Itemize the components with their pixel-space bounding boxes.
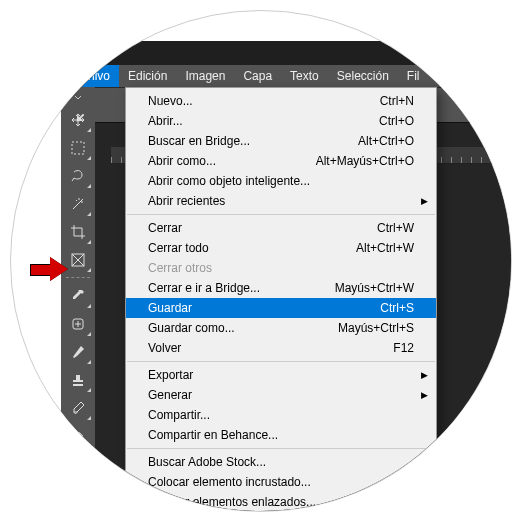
submenu-arrow-icon: ▶ — [421, 390, 428, 400]
menu-item-generar[interactable]: Generar▶ — [126, 385, 436, 405]
menu-item-label: Abrir como objeto inteligente... — [148, 174, 310, 188]
tool-wand-icon[interactable] — [64, 191, 92, 217]
menu-texto[interactable]: Texto — [281, 65, 328, 87]
menu-item-shortcut: Mayús+Ctrl+W — [335, 281, 414, 295]
menu-item-compartir[interactable]: Compartir... — [126, 405, 436, 425]
menu-separator — [127, 214, 435, 215]
menu-capa[interactable]: Capa — [234, 65, 281, 87]
menu-item-shortcut: Alt+Ctrl+W — [356, 241, 414, 255]
tools-panel — [61, 87, 95, 512]
menu-item-label: Cerrar otros — [148, 261, 212, 275]
menu-item-cerrar[interactable]: CerrarCtrl+W — [126, 218, 436, 238]
menu-item-abrir[interactable]: Abrir...Ctrl+O — [126, 111, 436, 131]
menu-item-label: Colocar elemento incrustado... — [148, 475, 311, 489]
menu-item-label: Colocar elementos enlazados... — [148, 495, 316, 509]
menu-item-label: Buscar Adobe Stock... — [148, 455, 266, 469]
menu-item-cerrar-otros: Cerrar otros — [126, 258, 436, 278]
tool-brush-icon[interactable] — [64, 339, 92, 365]
menu-imagen[interactable]: Imagen — [176, 65, 234, 87]
menu-item-label: Abrir como... — [148, 154, 216, 168]
tool-heal-icon[interactable] — [64, 311, 92, 337]
menu-item-label: Abrir... — [148, 114, 183, 128]
menu-item-abrir-como-objeto-inteligente[interactable]: Abrir como objeto inteligente... — [126, 171, 436, 191]
submenu-arrow-icon: ▶ — [421, 370, 428, 380]
menu-separator — [127, 448, 435, 449]
tool-marquee-icon[interactable] — [64, 135, 92, 161]
menu-item-buscar-en-bridge[interactable]: Buscar en Bridge...Alt+Ctrl+O — [126, 131, 436, 151]
menu-item-shortcut: Alt+Ctrl+O — [358, 134, 414, 148]
tool-crop-icon[interactable] — [64, 219, 92, 245]
file-menu-dropdown: Nuevo...Ctrl+NAbrir...Ctrl+OBuscar en Br… — [125, 87, 437, 512]
menu-item-colocar-elemento-incrustado[interactable]: Colocar elemento incrustado... — [126, 472, 436, 492]
menu-item-exportar[interactable]: Exportar▶ — [126, 365, 436, 385]
app-logo-icon: Ps — [65, 43, 85, 63]
menu-item-abrir-como[interactable]: Abrir como...Alt+Mayús+Ctrl+O — [126, 151, 436, 171]
menu-item-cerrar-todo[interactable]: Cerrar todoAlt+Ctrl+W — [126, 238, 436, 258]
menu-item-shortcut: Ctrl+W — [377, 221, 414, 235]
menu-edición[interactable]: Edición — [119, 65, 176, 87]
menu-item-abrir-recientes[interactable]: Abrir recientes▶ — [126, 191, 436, 211]
menu-item-shortcut: Ctrl+N — [380, 94, 414, 108]
menu-item-guardar[interactable]: GuardarCtrl+S — [126, 298, 436, 318]
submenu-arrow-icon: ▶ — [421, 196, 428, 206]
menu-item-label: Volver — [148, 341, 181, 355]
menu-item-shortcut: Ctrl+O — [379, 114, 414, 128]
menu-item-shortcut: F12 — [393, 341, 414, 355]
menu-archivo[interactable]: Archivo — [61, 65, 119, 87]
menu-item-colocar-elementos-enlazados[interactable]: Colocar elementos enlazados... — [126, 492, 436, 512]
tool-history-icon[interactable] — [64, 395, 92, 421]
menu-selección[interactable]: Selección — [328, 65, 398, 87]
menu-fil[interactable]: Fil — [398, 65, 429, 87]
tool-lasso-icon[interactable] — [64, 163, 92, 189]
menu-item-label: Guardar — [148, 301, 192, 315]
menu-item-label: Compartir... — [148, 408, 210, 422]
menu-item-volver[interactable]: VolverF12 — [126, 338, 436, 358]
options-hint: trar contr. tra — [489, 99, 512, 111]
menu-item-label: Abrir recientes — [148, 194, 225, 208]
menu-item-guardar-como[interactable]: Guardar como...Mayús+Ctrl+S — [126, 318, 436, 338]
menu-item-shortcut: Mayús+Ctrl+S — [338, 321, 414, 335]
tool-move-icon[interactable] — [64, 107, 92, 133]
menu-item-cerrar-e-ir-a-bridge[interactable]: Cerrar e ir a Bridge...Mayús+Ctrl+W — [126, 278, 436, 298]
tool-eyedropper-icon[interactable] — [64, 283, 92, 309]
menu-item-label: Exportar — [148, 368, 193, 382]
tool-stamp-icon[interactable] — [64, 367, 92, 393]
panel-chevron-icon[interactable] — [64, 91, 92, 105]
menu-item-label: Generar — [148, 388, 192, 402]
annotation-arrow-icon — [30, 257, 70, 281]
menubar: ArchivoEdiciónImagenCapaTextoSelecciónFi… — [61, 65, 512, 87]
menu-separator — [127, 361, 435, 362]
svg-rect-0 — [72, 142, 84, 154]
menu-item-shortcut: Alt+Mayús+Ctrl+O — [316, 154, 414, 168]
menu-item-nuevo[interactable]: Nuevo...Ctrl+N — [126, 91, 436, 111]
titlebar: Ps — [61, 41, 512, 65]
menu-item-label: Guardar como... — [148, 321, 235, 335]
menu-item-label: Compartir en Behance... — [148, 428, 278, 442]
menu-item-label: Cerrar e ir a Bridge... — [148, 281, 260, 295]
menu-item-buscar-adobe-stock[interactable]: Buscar Adobe Stock... — [126, 452, 436, 472]
menu-item-shortcut: Ctrl+S — [380, 301, 414, 315]
tool-eraser-icon[interactable] — [64, 423, 92, 449]
photoshop-window: Ps ArchivoEdiciónImagenCapaTextoSelecció… — [61, 41, 512, 512]
menu-item-label: Nuevo... — [148, 94, 193, 108]
menu-item-label: Cerrar todo — [148, 241, 209, 255]
menu-item-compartir-en-behance[interactable]: Compartir en Behance... — [126, 425, 436, 445]
menu-item-label: Buscar en Bridge... — [148, 134, 250, 148]
menu-item-label: Cerrar — [148, 221, 182, 235]
